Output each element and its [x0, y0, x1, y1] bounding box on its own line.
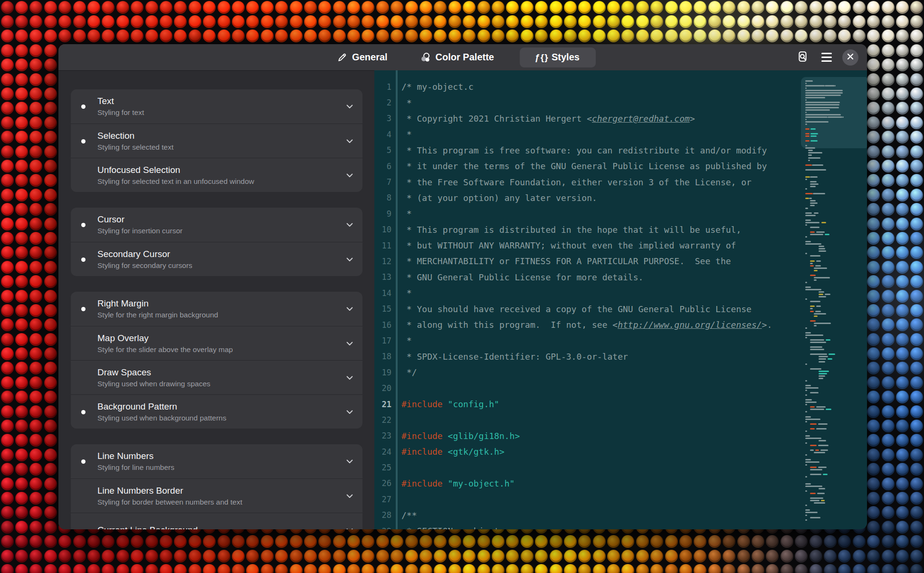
- code-text: * Copyright 2021 Christian Hergert <cher…: [396, 114, 695, 124]
- line-number: 24: [374, 447, 396, 457]
- style-row-right-margin[interactable]: Right MarginStyle for the right margin b…: [71, 292, 362, 326]
- mosaic-dot: [1, 347, 14, 360]
- mosaic-dot: [708, 1, 721, 14]
- code-text: /**: [396, 510, 417, 520]
- mosaic-dot: [189, 550, 201, 563]
- mosaic-dot: [578, 550, 591, 563]
- style-row-line-numbers-border[interactable]: Line Numbers BorderStyling for border be…: [71, 478, 362, 513]
- preview-button[interactable]: [795, 49, 811, 66]
- line-number: 29: [374, 526, 396, 529]
- mosaic-dot: [737, 564, 750, 573]
- mosaic-dot: [87, 15, 100, 28]
- mosaic-dot: [867, 87, 880, 100]
- mosaic-dot: [290, 29, 303, 42]
- mosaic-dot: [896, 73, 909, 86]
- mosaic-dot: [477, 29, 490, 42]
- mosaic-dot: [896, 102, 909, 115]
- mosaic-dot: [448, 535, 461, 548]
- mosaic-dot: [145, 550, 158, 563]
- mosaic-dot: [275, 29, 288, 42]
- mosaic-dot: [1, 304, 14, 317]
- style-row-unfocused-selection[interactable]: Unfocused SelectionStyling for selected …: [71, 158, 362, 192]
- mosaic-dot: [145, 29, 158, 42]
- mosaic-dot: [896, 15, 909, 28]
- mosaic-dot: [304, 1, 317, 14]
- menu-button[interactable]: [819, 49, 835, 66]
- mosaic-dot: [867, 492, 880, 505]
- close-button[interactable]: [842, 49, 858, 66]
- mosaic-dot: [535, 1, 548, 14]
- mosaic-dot: [882, 290, 895, 303]
- tab-color-palette[interactable]: Color Palette: [413, 48, 501, 67]
- mosaic-dot: [44, 44, 57, 57]
- mosaic-dot: [882, 87, 895, 100]
- mosaic-dot: [15, 521, 28, 534]
- mosaic-dot: [333, 564, 346, 573]
- mosaic-dot: [824, 1, 837, 14]
- row-title: Selection: [97, 131, 362, 141]
- mosaic-dot: [29, 362, 42, 374]
- minimap[interactable]: [801, 77, 867, 529]
- mosaic-dot: [232, 1, 245, 14]
- mosaic-dot: [506, 535, 519, 548]
- mosaic-dot: [766, 535, 779, 548]
- style-row-background-pattern[interactable]: Background PatternStyling used when back…: [71, 394, 362, 429]
- mosaic-dot: [896, 420, 909, 432]
- mosaic-dot: [304, 535, 317, 548]
- mosaic-dot: [290, 535, 303, 548]
- code-text: *: [396, 209, 412, 219]
- palette-icon: [420, 52, 431, 63]
- style-row-draw-spaces[interactable]: Draw SpacesStyling used when drawing spa…: [71, 360, 362, 394]
- mosaic-dot: [882, 564, 895, 573]
- tab-general[interactable]: General: [330, 48, 394, 67]
- mosaic-dot: [578, 15, 591, 28]
- mosaic-dot: [896, 160, 909, 172]
- mosaic-dot: [87, 1, 100, 14]
- mosaic-dot: [867, 102, 880, 115]
- code-line: 24#include <gtk/gtk.h>: [374, 444, 867, 459]
- style-row-map-overlay[interactable]: Map OverlayStyle for the slider above th…: [71, 326, 362, 360]
- mosaic-dot: [1, 58, 14, 71]
- style-row-selection[interactable]: SelectionStyling for selected text: [71, 124, 362, 158]
- mosaic-dot: [477, 550, 490, 563]
- mosaic-dot: [1, 449, 14, 461]
- mosaic-dot: [391, 15, 403, 28]
- mosaic-dot: [578, 535, 591, 548]
- mosaic-dot: [44, 160, 57, 172]
- mosaic-dot: [58, 1, 71, 14]
- code-area[interactable]: 1/* my-object.c2 *3 * Copyright 2021 Chr…: [374, 70, 867, 529]
- style-row-line-numbers[interactable]: Line NumbersStyling for line numbers: [71, 444, 362, 478]
- code-line: 5 * This program is free software: you c…: [374, 143, 867, 158]
- mosaic-dot: [1, 116, 14, 129]
- tab-styles[interactable]: ƒ{} Styles: [520, 48, 596, 67]
- code-line: 25: [374, 459, 867, 475]
- mosaic-dot: [492, 29, 505, 42]
- mosaic-dot: [29, 290, 42, 303]
- mosaic-dot: [145, 564, 158, 573]
- mosaic-dot: [867, 362, 880, 374]
- code-text: #include <glib/gi18n.h>: [396, 431, 520, 441]
- mosaic-dot: [189, 1, 201, 14]
- chevron-down-icon: [345, 171, 354, 181]
- line-number: 5: [374, 145, 396, 155]
- mosaic-dot: [867, 203, 880, 216]
- style-row-current-line-background[interactable]: Current Line Background: [71, 513, 362, 529]
- style-row-secondary-cursor[interactable]: Secondary CursorStyling for secondary cu…: [71, 242, 362, 276]
- style-row-text[interactable]: TextStyling for text: [71, 89, 362, 124]
- mosaic-dot: [44, 15, 57, 28]
- mosaic-dot: [867, 391, 880, 403]
- mosaic-dot: [145, 15, 158, 28]
- mosaic-dot: [15, 246, 28, 259]
- code-line: 13 * GNU General Public License for more…: [374, 269, 867, 285]
- mosaic-dot: [131, 564, 143, 573]
- mosaic-dot: [679, 29, 692, 42]
- mosaic-dot: [853, 564, 866, 573]
- mosaic-dot: [593, 15, 606, 28]
- mosaic-dot: [419, 15, 432, 28]
- mosaic-dot: [102, 1, 114, 14]
- line-number: 18: [374, 352, 396, 361]
- mosaic-dot: [650, 550, 663, 563]
- code-text: * the Free Software Foundation, either v…: [396, 177, 752, 187]
- style-row-cursor[interactable]: CursorStyling for insertion cursor: [71, 208, 362, 242]
- mosaic-dot: [665, 550, 678, 563]
